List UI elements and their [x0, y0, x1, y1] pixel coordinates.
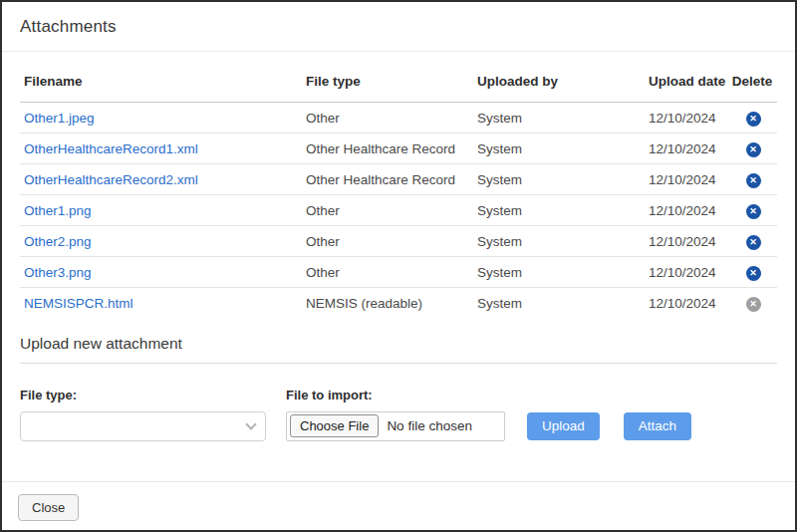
choose-file-button[interactable]: Choose File [290, 414, 379, 437]
column-header-filename: Filename [20, 74, 302, 103]
upload-date-cell: 12/10/2024 [645, 288, 729, 319]
file-type-cell: Other [302, 226, 473, 257]
table-row: OtherHealthcareRecord1.xml Other Healthc… [20, 133, 777, 164]
column-header-uploaded-by: Uploaded by [473, 74, 645, 103]
attachments-dialog: Attachments Filename File type Uploaded … [0, 0, 797, 532]
column-header-file-type: File type [302, 74, 473, 103]
upload-date-cell: 12/10/2024 [645, 226, 729, 257]
upload-date-cell: 12/10/2024 [645, 257, 729, 288]
column-header-delete: Delete [729, 74, 777, 103]
table-row: NEMSISPCR.html NEMSIS (readable) System … [20, 288, 777, 319]
delete-x-circle-icon[interactable]: ✕ [746, 142, 761, 157]
uploaded-by-cell: System [473, 133, 645, 164]
upload-form: File type: File to import: Choose File N… [20, 388, 777, 441]
table-header-row: Filename File type Uploaded by Upload da… [20, 74, 777, 103]
file-type-label: File type: [20, 388, 266, 402]
uploaded-by-cell: System [473, 226, 645, 257]
uploaded-by-cell: System [473, 288, 645, 319]
file-type-cell: Other Healthcare Record [302, 133, 473, 164]
table-row: Other2.png Other System 12/10/2024 ✕ [20, 226, 777, 257]
table-row: Other1.png Other System 12/10/2024 ✕ [20, 195, 777, 226]
dialog-header: Attachments [2, 2, 795, 52]
attachment-filename-link[interactable]: NEMSISPCR.html [24, 296, 133, 311]
upload-section-title: Upload new attachment [20, 335, 777, 364]
chevron-down-icon [245, 418, 256, 429]
attachment-filename-link[interactable]: Other2.png [24, 234, 92, 249]
attach-button[interactable]: Attach [624, 412, 691, 440]
attachment-filename-link[interactable]: Other3.png [24, 265, 92, 280]
table-row: OtherHealthcareRecord2.xml Other Healthc… [20, 164, 777, 195]
attachment-filename-link[interactable]: OtherHealthcareRecord1.xml [24, 141, 198, 156]
attachment-filename-link[interactable]: OtherHealthcareRecord2.xml [24, 172, 198, 187]
file-type-cell: Other [302, 195, 473, 226]
table-row: Other3.png Other System 12/10/2024 ✕ [20, 257, 777, 288]
file-to-import-label: File to import: [286, 388, 505, 402]
dialog-body: Filename File type Uploaded by Upload da… [2, 52, 795, 481]
file-type-cell: Other [302, 103, 473, 133]
delete-x-circle-icon[interactable]: ✕ [746, 235, 761, 250]
file-type-cell: NEMSIS (readable) [302, 288, 473, 319]
file-type-cell: Other Healthcare Record [302, 164, 473, 195]
delete-x-circle-icon[interactable]: ✕ [746, 112, 761, 127]
file-to-import-group: File to import: Choose File No file chos… [286, 388, 505, 441]
uploaded-by-cell: System [473, 103, 645, 133]
page-title: Attachments [20, 17, 777, 37]
attachment-filename-link[interactable]: Other1.png [24, 203, 92, 218]
delete-x-circle-icon[interactable]: ✕ [746, 266, 761, 281]
file-type-group: File type: [20, 388, 266, 441]
file-type-select[interactable] [20, 411, 266, 441]
uploaded-by-cell: System [473, 164, 645, 195]
delete-x-circle-icon[interactable]: ✕ [746, 204, 761, 219]
delete-x-circle-icon[interactable]: ✕ [746, 173, 761, 188]
delete-x-circle-icon: ✕ [746, 297, 761, 312]
file-type-cell: Other [302, 257, 473, 288]
file-upload-input[interactable]: Choose File No file chosen [286, 411, 505, 441]
attachments-table: Filename File type Uploaded by Upload da… [20, 74, 777, 319]
attachment-filename-link[interactable]: Other1.jpeg [24, 111, 95, 126]
upload-date-cell: 12/10/2024 [645, 195, 729, 226]
table-row: Other1.jpeg Other System 12/10/2024 ✕ [20, 103, 777, 133]
column-header-upload-date: Upload date [645, 74, 729, 103]
upload-date-cell: 12/10/2024 [645, 103, 729, 133]
upload-date-cell: 12/10/2024 [645, 164, 729, 195]
upload-button[interactable]: Upload [527, 412, 600, 440]
file-chosen-status: No file chosen [387, 418, 472, 433]
close-button[interactable]: Close [18, 494, 79, 521]
dialog-footer: Close [2, 481, 795, 530]
uploaded-by-cell: System [473, 257, 645, 288]
uploaded-by-cell: System [473, 195, 645, 226]
upload-date-cell: 12/10/2024 [645, 133, 729, 164]
